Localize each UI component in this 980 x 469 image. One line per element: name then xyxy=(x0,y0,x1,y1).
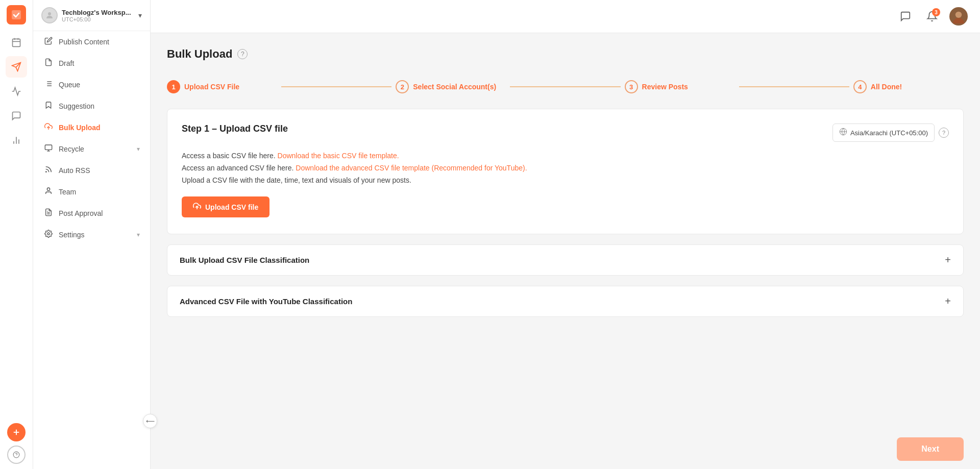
sidebar-item-publish-content[interactable]: Publish Content xyxy=(33,31,150,53)
engage-icon[interactable] xyxy=(6,105,27,127)
step-2: 2 Select Social Account(s) xyxy=(396,80,506,93)
workspace-avatar xyxy=(41,7,58,23)
svg-point-25 xyxy=(46,171,46,172)
sidebar-item-label: Auto RSS xyxy=(59,166,140,175)
user-avatar[interactable] xyxy=(949,7,968,26)
sidebar-item-label: Settings xyxy=(59,231,132,239)
download-basic-csv-link[interactable]: Download the basic CSV file template. xyxy=(278,152,399,160)
upload-btn-label: Upload CSV file xyxy=(205,203,258,211)
workspace-info: Techblogz's Worksp... UTC+05:00 xyxy=(62,9,134,22)
timezone-label: Asia/Karachi (UTC+05:00) xyxy=(850,129,928,137)
workspace-name: Techblogz's Worksp... xyxy=(62,9,134,16)
download-advanced-csv-link[interactable]: Download the advanced CSV file template … xyxy=(296,164,527,172)
chevron-down-icon: ▾ xyxy=(137,145,140,153)
timezone-icon xyxy=(839,128,847,138)
step-3: 3 Review Posts xyxy=(625,80,735,93)
svg-rect-1 xyxy=(13,39,20,46)
desc-line1-prefix: Access a basic CSV file here. xyxy=(182,152,276,160)
sidebar-item-post-approval[interactable]: Post Approval xyxy=(33,203,150,224)
card-description: Access a basic CSV file here. Download t… xyxy=(182,150,949,186)
workspace-selector[interactable]: Techblogz's Worksp... UTC+05:00 ▾ xyxy=(33,0,150,31)
sidebar-item-settings[interactable]: Settings ▾ xyxy=(33,224,150,245)
sidebar-item-label: Draft xyxy=(59,59,140,67)
app-logo[interactable] xyxy=(7,5,26,24)
step-line-1 xyxy=(281,86,391,87)
sidebar-item-label: Post Approval xyxy=(59,209,140,217)
step-2-number: 2 xyxy=(396,80,409,93)
edit-icon xyxy=(43,37,54,47)
svg-point-26 xyxy=(47,188,50,190)
workspace-timezone: UTC+05:00 xyxy=(62,16,134,22)
sidebar-item-auto-rss[interactable]: Auto RSS xyxy=(33,160,150,181)
sidebar-item-queue[interactable]: Queue xyxy=(33,74,150,95)
publish-icon[interactable] xyxy=(6,56,27,78)
sidebar-item-draft[interactable]: Draft xyxy=(33,53,150,74)
sidebar-item-label: Queue xyxy=(59,81,140,89)
step-4-label: All Done! xyxy=(871,83,902,91)
accordion-title-1: Bulk Upload CSV File Classification xyxy=(180,256,309,264)
team-icon xyxy=(43,187,54,197)
advanced-csv-youtube-accordion[interactable]: Advanced CSV File with YouTube Classific… xyxy=(167,286,964,317)
timezone-selector[interactable]: Asia/Karachi (UTC+05:00) xyxy=(832,124,935,142)
steps-bar: 1 Upload CSV File 2 Select Social Accoun… xyxy=(167,71,964,98)
sidebar-item-label: Publish Content xyxy=(59,38,140,46)
calendar-icon[interactable] xyxy=(6,32,27,53)
sidebar-item-label: Suggestion xyxy=(59,102,140,110)
queue-icon xyxy=(43,80,54,90)
analytics-icon[interactable] xyxy=(6,81,27,102)
card-header: Step 1 – Upload CSV file Asia/Karachi (U… xyxy=(182,124,949,142)
rss-icon xyxy=(43,165,54,176)
svg-point-29 xyxy=(47,233,50,235)
messages-button[interactable] xyxy=(896,7,915,26)
main-area: 3 Bulk Upload ? 1 Upload CSV File 2 Sele… xyxy=(151,0,980,469)
draft-icon xyxy=(43,58,54,68)
page-title: Bulk Upload xyxy=(167,47,232,61)
step-1-number: 1 xyxy=(167,80,180,93)
sidebar-collapse-button[interactable]: ⟵ xyxy=(143,414,157,428)
sidebar-item-recycle[interactable]: Recycle ▾ xyxy=(33,138,150,160)
step-1: 1 Upload CSV File xyxy=(167,80,277,93)
suggestion-icon xyxy=(43,101,54,111)
svg-point-14 xyxy=(48,12,51,15)
accordion-plus-icon-1: + xyxy=(945,254,951,266)
sidebar-item-team[interactable]: Team xyxy=(33,181,150,203)
help-icon[interactable] xyxy=(7,446,26,464)
timezone-help-icon[interactable]: ? xyxy=(939,128,949,138)
sidebar-item-suggestion[interactable]: Suggestion xyxy=(33,95,150,117)
svg-point-30 xyxy=(955,12,962,18)
step-1-label: Upload CSV File xyxy=(184,83,239,91)
recycle-icon xyxy=(43,144,54,154)
accordion-title-2: Advanced CSV File with YouTube Classific… xyxy=(180,297,352,306)
notifications-wrapper: 3 xyxy=(923,7,941,26)
page-title-row: Bulk Upload ? xyxy=(167,47,964,61)
desc-line2-prefix: Access an advanced CSV file here. xyxy=(182,164,293,172)
stats-icon[interactable] xyxy=(6,130,27,151)
sidebar-item-bulk-upload[interactable]: Bulk Upload xyxy=(33,117,150,138)
add-button[interactable] xyxy=(7,423,26,441)
sidebar-item-label: Recycle xyxy=(59,145,132,153)
upload-card: Step 1 – Upload CSV file Asia/Karachi (U… xyxy=(167,109,964,234)
upload-csv-button[interactable]: Upload CSV file xyxy=(182,196,270,217)
sidebar-item-label: Bulk Upload xyxy=(59,124,140,132)
content-area: Bulk Upload ? 1 Upload CSV File 2 Select… xyxy=(151,33,980,429)
desc-line3: Upload a CSV file with the date, time, t… xyxy=(182,176,411,184)
svg-rect-22 xyxy=(45,145,52,150)
page-help-icon[interactable]: ? xyxy=(237,49,248,59)
topbar: 3 xyxy=(151,0,980,33)
sidebar: Techblogz's Worksp... UTC+05:00 ▾ Publis… xyxy=(33,0,151,469)
sidebar-item-label: Team xyxy=(59,188,140,196)
step-line-3 xyxy=(739,86,849,87)
post-approval-icon xyxy=(43,208,54,218)
svg-rect-0 xyxy=(12,10,21,19)
settings-icon xyxy=(43,230,54,240)
step-3-number: 3 xyxy=(625,80,638,93)
workspace-chevron-icon: ▾ xyxy=(138,11,142,19)
card-title: Step 1 – Upload CSV file xyxy=(182,124,288,134)
next-button[interactable]: Next xyxy=(897,437,964,461)
bulk-csv-classification-accordion[interactable]: Bulk Upload CSV File Classification + xyxy=(167,244,964,276)
notification-badge: 3 xyxy=(932,8,940,16)
icon-bar xyxy=(0,0,33,469)
step-4-number: 4 xyxy=(853,80,867,93)
chevron-down-icon: ▾ xyxy=(137,231,140,238)
step-4: 4 All Done! xyxy=(853,80,964,93)
